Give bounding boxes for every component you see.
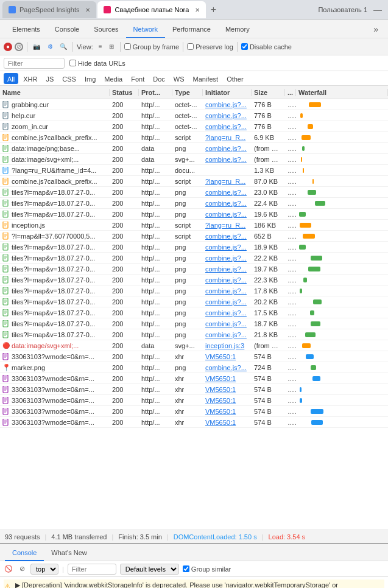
tab-new-button[interactable]: + <box>207 4 219 16</box>
row-dots: … <box>285 243 296 251</box>
row-initiator: inception.js:3 <box>203 342 252 349</box>
row-size: 20.2 KB <box>252 298 285 306</box>
row-status: 200 <box>110 123 139 130</box>
table-row[interactable]: 33063103?wmode=0&rn=... 200 http/... xhr… <box>0 417 388 428</box>
table-row[interactable]: 33063103?wmode=0&rn=... 200 http/... xhr… <box>0 373 388 384</box>
table-row[interactable]: help.cur 200 http/... octet-... combine.… <box>0 110 388 121</box>
preserve-log-checkbox[interactable] <box>187 43 194 50</box>
table-row[interactable]: 33063103?wmode=0&rn=... 200 http/... xhr… <box>0 351 388 362</box>
list-view-icon[interactable]: ≡ <box>96 42 105 52</box>
row-dots: … <box>285 189 296 196</box>
tab-sources[interactable]: Sources <box>86 20 125 38</box>
header-status[interactable]: Status <box>110 89 139 96</box>
svg-rect-60 <box>3 265 8 272</box>
type-filter-js[interactable]: JS <box>42 73 57 84</box>
table-row[interactable]: tiles?l=map&v=18.07.27-0... 200 http/...… <box>0 329 388 340</box>
console-clear-button[interactable]: 🚫 <box>4 564 13 574</box>
tab-wedding[interactable]: Свадебное платье Nora ✕ <box>97 1 206 18</box>
table-row[interactable]: tiles?l=map&v=18.07.27-0... 200 http/...… <box>0 285 388 296</box>
table-row[interactable]: combine.js?callback_prefix... 200 http/.… <box>0 132 388 143</box>
tab-psi-close[interactable]: ✕ <box>85 7 90 13</box>
header-prot[interactable]: Prot... <box>139 89 172 96</box>
group-by-frame-checkbox[interactable] <box>124 43 131 50</box>
row-dots: … <box>285 156 296 163</box>
tab-wedding-close[interactable]: ✕ <box>195 7 200 13</box>
devtools-more-button[interactable]: » <box>369 24 383 34</box>
table-row[interactable]: combine.js?callback_prefix... 200 http/.… <box>0 176 388 187</box>
tab-network[interactable]: Network <box>126 20 165 38</box>
table-row[interactable]: tiles?l=map&v=18.07.27-0... 200 http/...… <box>0 296 388 307</box>
tab-performance[interactable]: Performance <box>165 20 218 38</box>
table-row[interactable]: ?l=map&ll=37.60770000,5... 200 http/... … <box>0 231 388 242</box>
group-similar-checkbox[interactable] <box>183 565 189 572</box>
row-initiator: combine.js?... <box>203 156 252 163</box>
header-size[interactable]: Size <box>252 89 285 96</box>
tab-elements[interactable]: Elements <box>5 20 48 38</box>
console-filter-input[interactable] <box>68 564 116 575</box>
table-row[interactable]: tiles?l=map&v=18.07.27-0... 200 http/...… <box>0 198 388 209</box>
row-waterfall <box>296 143 388 154</box>
toolbar-separator-4 <box>183 42 183 52</box>
type-filter-media[interactable]: Media <box>101 73 126 84</box>
type-filter-other[interactable]: Other <box>223 73 247 84</box>
camera-button[interactable]: 📷 <box>31 41 42 52</box>
group-by-frame-checkbox-label[interactable]: Group by frame <box>124 43 179 51</box>
table-row[interactable]: tiles?l=map&v=18.07.27-0... 200 http/...… <box>0 187 388 198</box>
table-row[interactable]: tiles?l=map&v=18.07.27-0... 200 http/...… <box>0 209 388 220</box>
grid-view-icon[interactable]: ⊞ <box>107 42 116 52</box>
table-row[interactable]: tiles?l=map&v=18.07.27-0... 200 http/...… <box>0 253 388 264</box>
row-type: xhr <box>172 386 203 393</box>
console-tab-console[interactable]: Console <box>5 544 44 561</box>
preserve-log-checkbox-label[interactable]: Preserve log <box>187 43 233 51</box>
table-row[interactable]: data:image/svg+xml;... 200 data svg+... … <box>0 154 388 165</box>
type-filter-img[interactable]: Img <box>81 73 99 84</box>
table-row[interactable]: 📍 marker.png 200 http/... png combine.js… <box>0 362 388 373</box>
console-tab-whats-new[interactable]: What's New <box>44 544 94 561</box>
type-filter-ws[interactable]: WS <box>170 73 188 84</box>
row-initiator: ?lang=ru_R... <box>203 134 252 141</box>
table-row[interactable]: tiles?l=map&v=18.07.27-0... 200 http/...… <box>0 242 388 253</box>
table-row[interactable]: inception.js 200 http/... script ?lang=r… <box>0 220 388 231</box>
context-select[interactable]: top <box>30 564 58 575</box>
filter-button[interactable]: ⚙ <box>44 41 55 52</box>
type-filter-manifest[interactable]: Manifest <box>189 73 222 84</box>
disable-cache-checkbox-label[interactable]: Disable cache <box>241 43 292 51</box>
table-row[interactable]: ?lang=ru_RU&iframe_id=4... 200 http/... … <box>0 165 388 176</box>
type-filter-all[interactable]: All <box>4 73 18 84</box>
table-row[interactable]: zoom_in.cur 200 http/... octet-... combi… <box>0 121 388 132</box>
table-row[interactable]: 33063103?wmode=0&rn=... 200 http/... xhr… <box>0 406 388 417</box>
table-row[interactable]: data:image/png;base... 200 data png comb… <box>0 143 388 154</box>
table-row[interactable]: tiles?l=map&v=18.07.27-0... 200 http/...… <box>0 264 388 275</box>
minimize-button[interactable]: — <box>373 5 382 15</box>
tab-console-dt[interactable]: Console <box>48 20 86 38</box>
table-row[interactable]: 33063103?wmode=0&rn=... 200 http/... xhr… <box>0 395 388 406</box>
file-icon <box>2 320 10 327</box>
tab-psi[interactable]: PageSpeed Insights ✕ <box>2 1 96 18</box>
table-row[interactable]: tiles?l=map&v=18.07.27-0... 200 http/...… <box>0 275 388 285</box>
header-name[interactable]: Name <box>0 89 110 96</box>
type-filter-font[interactable]: Font <box>127 73 148 84</box>
type-filter-doc[interactable]: Doc <box>149 73 169 84</box>
header-type[interactable]: Type <box>172 89 203 96</box>
filter-input[interactable] <box>4 58 65 69</box>
header-waterfall[interactable]: Waterfall <box>296 89 388 96</box>
hide-data-urls-checkbox[interactable] <box>69 60 76 66</box>
group-similar-label[interactable]: Group similar <box>183 565 231 573</box>
header-initiator[interactable]: Initiator <box>203 89 252 96</box>
search-button[interactable]: 🔍 <box>58 41 69 52</box>
type-filter-css[interactable]: CSS <box>58 73 80 84</box>
stop-button[interactable]: ⊘ <box>15 43 23 51</box>
record-button[interactable]: ● <box>4 43 12 51</box>
table-row[interactable]: 33063103?wmode=0&rn=... 200 http/... xhr… <box>0 384 388 395</box>
default-levels-select[interactable]: Default levels <box>120 564 179 575</box>
table-row[interactable]: grabbing.cur 200 http/... octet-... comb… <box>0 99 388 110</box>
header-dots[interactable]: ... <box>285 89 296 96</box>
disable-cache-checkbox[interactable] <box>241 43 248 50</box>
table-row[interactable]: tiles?l=map&v=18.07.27-0... 200 http/...… <box>0 318 388 329</box>
hide-data-urls-label[interactable]: Hide data URLs <box>69 60 125 67</box>
type-filter-xhr[interactable]: XHR <box>19 73 41 84</box>
console-stop-button[interactable]: ⊘ <box>17 564 27 574</box>
tab-memory[interactable]: Memory <box>218 20 257 38</box>
table-row[interactable]: tiles?l=map&v=18.07.27-0... 200 http/...… <box>0 307 388 318</box>
table-row[interactable]: 🔴 data:image/svg+xml;... 200 data svg+..… <box>0 340 388 351</box>
